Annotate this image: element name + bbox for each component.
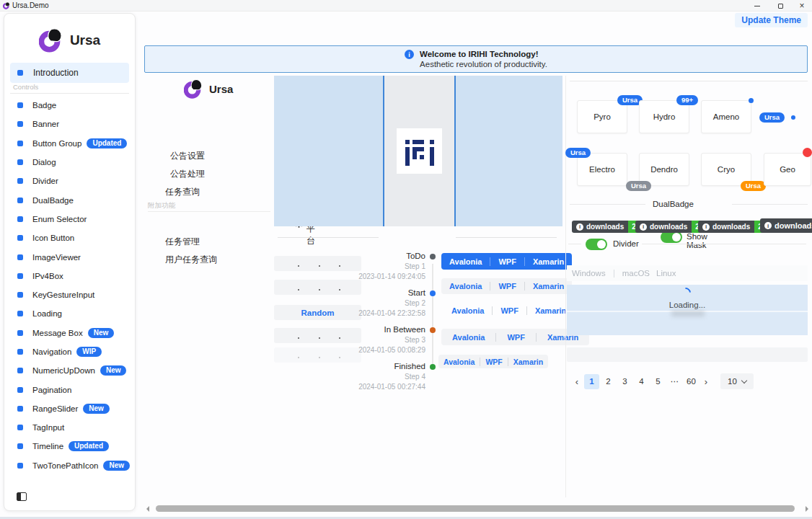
divider [456, 237, 557, 238]
sidebar-item[interactable]: Banner [4, 115, 135, 133]
timeline: ToDo Step 1 2023-01-14 09:24:05 Start St… [310, 251, 425, 398]
wpf-button[interactable]: WPF [493, 306, 526, 315]
sidebar-item[interactable]: RangeSlider New [4, 399, 135, 418]
page-ellipsis[interactable]: ⋯ [667, 374, 682, 389]
page-button[interactable]: 2 [601, 374, 616, 389]
scroll-right-icon[interactable] [806, 506, 808, 512]
scroll-left-icon[interactable] [146, 506, 149, 512]
wpf-button[interactable]: WPF [496, 333, 535, 342]
window-title: Ursa.Demo [12, 1, 49, 9]
show-mask-toggle[interactable] [661, 231, 682, 243]
sidebar-item[interactable]: Enum Selector [4, 210, 135, 229]
sidebar-item[interactable]: DualBadge [4, 190, 135, 209]
page-button[interactable]: 4 [634, 374, 649, 389]
xamarin-button[interactable]: Xamarin [508, 358, 548, 366]
divider-toggle[interactable] [586, 239, 607, 250]
page-button[interactable]: 3 [617, 374, 632, 389]
page-button[interactable]: 1 [584, 374, 599, 389]
scrollbar-thumb[interactable] [156, 505, 795, 512]
sidebar-item[interactable]: Button Group Updated [4, 134, 135, 153]
blurred-text [671, 311, 705, 316]
info-icon: i [764, 222, 772, 229]
sidebar-item[interactable]: Divider [4, 172, 135, 190]
sidebar-item-label: KeyGestureInput [32, 290, 94, 299]
sidebar: Ursa Introduction Controls Badge Banner … [4, 13, 136, 511]
sidebar-item-label: Message Box [32, 329, 83, 337]
wpf-button[interactable]: WPF [490, 257, 524, 266]
update-theme-button[interactable]: Update Theme [735, 13, 808, 27]
menu-group-task-management[interactable]: 任务管理 [144, 112, 273, 125]
sidebar-item[interactable]: Icon Button [4, 229, 135, 247]
image-viewer[interactable] [274, 76, 562, 226]
sidebar-item[interactable]: NumericUpDown New [4, 361, 135, 380]
sidebar-item-label: Divider [32, 177, 58, 185]
sidebar-item-label: TwoTonePathIcon [32, 461, 98, 470]
prev-page-icon[interactable]: ‹ [571, 374, 583, 389]
menu-item-task-management[interactable]: 任务管理 [165, 235, 200, 248]
divider-label: Divider [613, 239, 639, 248]
badge-card-geo: Geo [764, 153, 811, 186]
sidebar-item[interactable]: Message Box New [4, 324, 135, 342]
divider [278, 237, 379, 238]
avalonia-button[interactable]: Avalonia [441, 333, 495, 342]
button-group-solid: Avalonia WPF Xamarin [441, 253, 572, 270]
sidebar-item[interactable]: Loading [4, 304, 135, 323]
bullet-icon [17, 141, 23, 146]
loading-label: Loading... [567, 301, 808, 309]
collapse-sidebar-icon[interactable] [17, 492, 27, 501]
next-page-icon[interactable]: › [700, 374, 712, 389]
sidebar-item[interactable]: TwoTonePathIcon New [4, 456, 135, 475]
menu-group-task-platform[interactable]: 任务平台 [144, 216, 273, 229]
sidebar-item-label: Enum Selector [32, 215, 87, 223]
sidebar-item-introduction[interactable]: Introduction [10, 63, 129, 83]
horizontal-scrollbar[interactable] [141, 504, 812, 514]
viewer-crop-line[interactable] [454, 76, 456, 226]
viewer-crop-line[interactable] [383, 76, 384, 226]
sidebar-item[interactable]: IPv4Box [4, 267, 135, 285]
timeline-step: Step 3 [310, 335, 425, 345]
menu-item-announcement-settings[interactable]: 公告设置 [170, 149, 205, 162]
ursa-badge: Ursa [565, 148, 591, 158]
card-label: Electro [589, 165, 615, 174]
sidebar-item[interactable]: ImageViewer [4, 247, 135, 266]
avalonia-button[interactable]: Avalonia [441, 257, 490, 266]
avalonia-button[interactable]: Avalonia [443, 306, 492, 315]
sidebar-item[interactable]: KeyGestureInput [4, 285, 135, 304]
page-size-select[interactable]: 10 [720, 373, 754, 389]
sidebar-item[interactable]: Timeline Updated [4, 437, 135, 456]
dual-badge-label: downloads [650, 223, 687, 231]
sidebar-item[interactable]: Navigation WIP [4, 342, 135, 361]
timeline-line [432, 264, 433, 369]
minimize-button[interactable] [749, 0, 766, 12]
bullet-icon [17, 70, 23, 76]
sidebar-item-label: Badge [32, 101, 56, 110]
page-button[interactable]: 5 [650, 374, 666, 389]
timeline-time: 2023-01-14 09:24:05 [310, 272, 425, 282]
menu-group-announcement[interactable]: ★ 公告管理 [144, 130, 273, 143]
avalonia-button[interactable]: Avalonia [441, 282, 490, 290]
avalonia-button[interactable]: Avalonia [438, 358, 480, 366]
menu-item-task-query[interactable]: 任务查询 [165, 185, 200, 198]
spinner-icon [679, 285, 693, 300]
sidebar-item-label: IPv4Box [32, 272, 63, 280]
timeline-title: In Between [310, 324, 425, 335]
page-button[interactable]: 60 [684, 374, 699, 389]
sidebar-item[interactable]: Badge [4, 96, 135, 115]
wpf-button[interactable]: WPF [480, 358, 507, 366]
standalone-ursa-badge: Ursa [759, 112, 785, 123]
divider [568, 244, 581, 244]
card-label: Pyro [593, 112, 611, 121]
maximize-button[interactable] [772, 0, 789, 12]
timeline-item: In Between Step 3 2024-01-05 00:08:29 [310, 324, 425, 361]
menu-item-announcement-process[interactable]: 公告处理 [170, 167, 205, 180]
bullet-icon [17, 216, 23, 222]
sidebar-item[interactable]: Dialog [4, 153, 135, 172]
show-mask-row: Show Mask [274, 231, 562, 244]
sidebar-item[interactable]: TagInput [4, 418, 135, 437]
menu-item-user-task-query[interactable]: 用户任务查询 [165, 253, 217, 266]
timeline-dot-icon [430, 327, 436, 333]
divider [148, 211, 270, 212]
wpf-button[interactable]: WPF [490, 282, 524, 290]
sidebar-item[interactable]: Pagination [4, 380, 135, 399]
close-button[interactable]: × [793, 0, 811, 12]
